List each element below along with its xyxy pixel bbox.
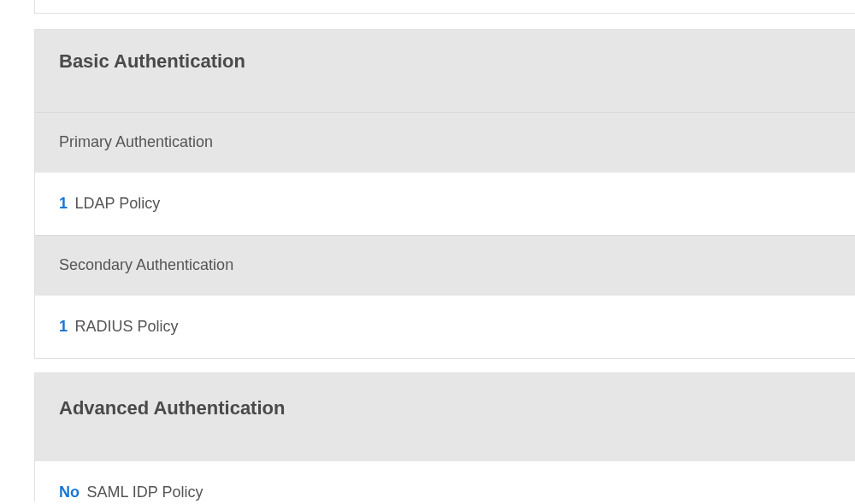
primary-auth-title: Primary Authentication	[59, 133, 831, 151]
radius-policy-count: 1	[59, 318, 68, 335]
secondary-auth-title: Secondary Authentication	[59, 256, 831, 274]
radius-policy-row[interactable]: 1 RADIUS Policy	[35, 295, 855, 358]
saml-idp-policy-row[interactable]: No SAML IDP Policy	[35, 460, 855, 501]
primary-auth-header[interactable]: Primary Authentication	[35, 112, 855, 172]
config-panel: Basic Authentication Primary Authenticat…	[0, 0, 855, 501]
basic-auth-title: Basic Authentication	[59, 50, 831, 73]
saml-idp-policy-count: No	[59, 483, 80, 501]
ldap-policy-row[interactable]: 1 LDAP Policy	[35, 172, 855, 235]
advanced-auth-title: Advanced Authentication	[59, 397, 831, 419]
saml-idp-policy-label: SAML IDP Policy	[86, 483, 203, 501]
advanced-auth-header[interactable]: Advanced Authentication	[35, 373, 855, 460]
basic-authentication-section: Basic Authentication Primary Authenticat…	[34, 29, 855, 359]
top-divider-box	[34, 0, 855, 14]
basic-auth-header[interactable]: Basic Authentication	[35, 30, 855, 112]
secondary-auth-header[interactable]: Secondary Authentication	[35, 235, 855, 295]
ldap-policy-count: 1	[59, 195, 68, 212]
radius-policy-label: RADIUS Policy	[74, 318, 178, 335]
advanced-authentication-section: Advanced Authentication No SAML IDP Poli…	[34, 372, 855, 501]
ldap-policy-label: LDAP Policy	[74, 195, 160, 212]
